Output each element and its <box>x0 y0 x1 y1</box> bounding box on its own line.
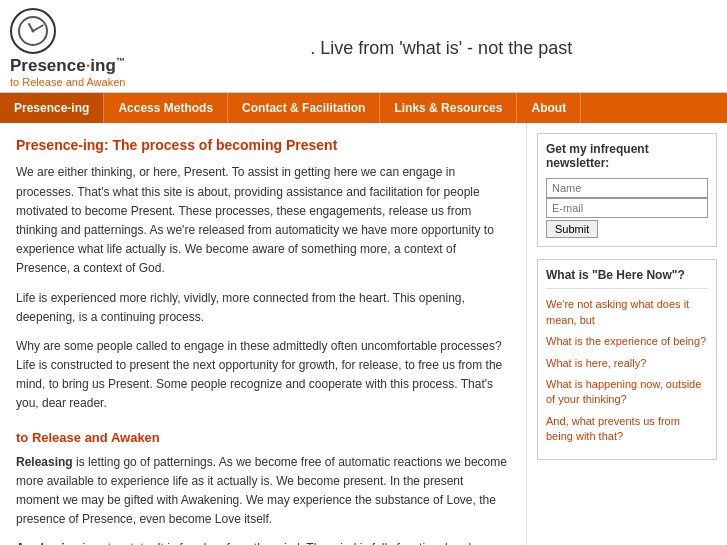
content-title: Presence-ing: The process of becoming Pr… <box>16 137 510 153</box>
newsletter-title: Get my infrequent newsletter: <box>546 142 708 170</box>
nav-item-access-methods[interactable]: Access Methods <box>104 93 228 123</box>
content-para-1: We are either thinking, or here, Present… <box>16 163 510 278</box>
logo-area: Presence·ing™ to Release and Awaken <box>10 8 125 88</box>
content-section2-title: to Release and Awaken <box>16 430 510 445</box>
logo-circle <box>10 8 56 54</box>
slogan-text: . Live from 'what is' - not the past <box>310 38 572 58</box>
beherenow-link-4[interactable]: And, what prevents us from being with th… <box>546 414 708 445</box>
beherenow-title: What is "Be Here Now"? <box>546 268 708 289</box>
nav-item-links[interactable]: Links & Resources <box>380 93 517 123</box>
clock-icon <box>18 16 48 46</box>
newsletter-widget: Get my infrequent newsletter: Submit <box>537 133 717 247</box>
beherenow-link-3[interactable]: What is happening now, outside of your t… <box>546 377 708 408</box>
content-para-3: Why are some people called to engage in … <box>16 337 510 414</box>
clock-center <box>32 30 35 33</box>
brand-name: Presence·ing™ <box>10 56 125 76</box>
newsletter-form: Submit <box>546 178 708 238</box>
beherenow-link-0[interactable]: We're not asking what does it mean, but <box>546 297 708 328</box>
content-section2-para-1: Releasing is letting go of patternings. … <box>16 453 510 530</box>
email-input[interactable] <box>546 198 708 218</box>
beherenow-link-1[interactable]: What is the experience of being? <box>546 334 708 349</box>
content-section2-para-2: Awakening is not a state. It is freedom … <box>16 539 510 545</box>
main-layout: Presence-ing: The process of becoming Pr… <box>0 123 727 545</box>
beherenow-link-2[interactable]: What is here, really? <box>546 356 708 371</box>
header-slogan: . Live from 'what is' - not the past <box>125 38 717 59</box>
brand-tagline: to Release and Awaken <box>10 76 125 88</box>
nav-item-contact[interactable]: Contact & Facilitation <box>228 93 380 123</box>
submit-button[interactable]: Submit <box>546 220 598 238</box>
nav-bar: Presence-ing Access Methods Contact & Fa… <box>0 93 727 123</box>
sidebar: Get my infrequent newsletter: Submit Wha… <box>527 123 727 545</box>
nav-item-about[interactable]: About <box>517 93 581 123</box>
name-input[interactable] <box>546 178 708 198</box>
header: Presence·ing™ to Release and Awaken . Li… <box>0 0 727 93</box>
beherenow-widget: What is "Be Here Now"? We're not asking … <box>537 259 717 459</box>
content-para-2: Life is experienced more richly, vividly… <box>16 289 510 327</box>
main-content: Presence-ing: The process of becoming Pr… <box>0 123 527 545</box>
nav-item-presenceing[interactable]: Presence-ing <box>0 93 104 123</box>
